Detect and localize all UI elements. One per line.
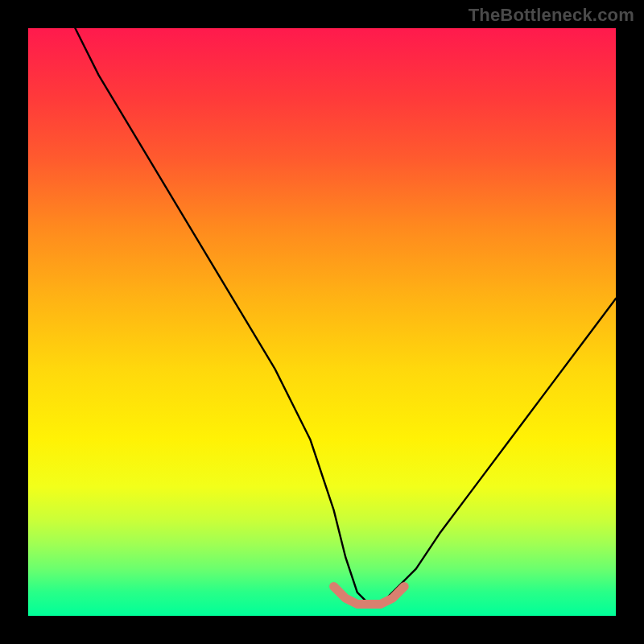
watermark-text: TheBottleneck.com	[469, 5, 634, 26]
optimal-band	[334, 587, 405, 605]
chart-frame: TheBottleneck.com	[0, 0, 644, 644]
curve-layer	[28, 28, 616, 616]
plot-area	[28, 28, 616, 616]
bottleneck-curve	[75, 28, 616, 604]
